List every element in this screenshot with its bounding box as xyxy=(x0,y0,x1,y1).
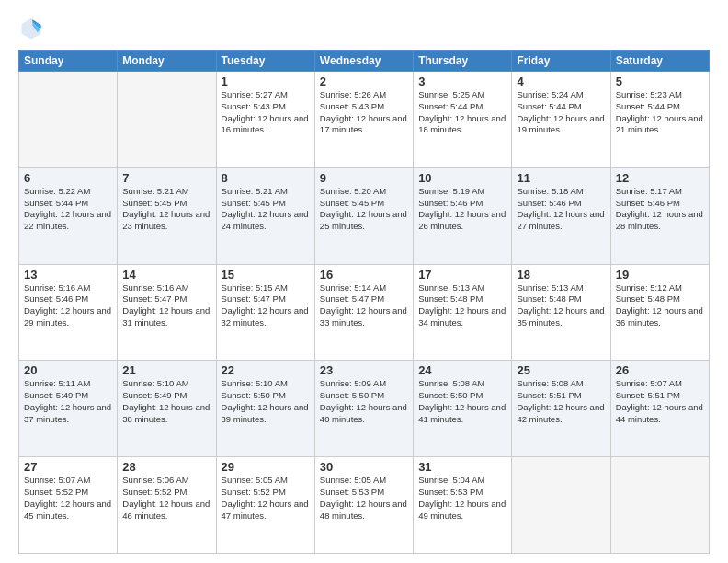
day-info: Sunrise: 5:11 AM Sunset: 5:49 PM Dayligh… xyxy=(24,378,112,425)
calendar-cell: 3Sunrise: 5:25 AM Sunset: 5:44 PM Daylig… xyxy=(414,72,512,168)
calendar-cell: 15Sunrise: 5:15 AM Sunset: 5:47 PM Dayli… xyxy=(216,264,314,361)
calendar-week-row: 20Sunrise: 5:11 AM Sunset: 5:49 PM Dayli… xyxy=(19,361,710,457)
day-number: 22 xyxy=(222,363,310,377)
calendar-cell: 28Sunrise: 5:06 AM Sunset: 5:52 PM Dayli… xyxy=(118,457,216,554)
day-info: Sunrise: 5:08 AM Sunset: 5:51 PM Dayligh… xyxy=(517,378,605,425)
day-number: 2 xyxy=(320,75,408,88)
day-number: 14 xyxy=(122,268,210,282)
calendar-table: SundayMondayTuesdayWednesdayThursdayFrid… xyxy=(18,50,710,554)
day-info: Sunrise: 5:25 AM Sunset: 5:44 PM Dayligh… xyxy=(418,89,506,136)
calendar-cell: 6Sunrise: 5:22 AM Sunset: 5:44 PM Daylig… xyxy=(19,167,118,264)
calendar-week-row: 6Sunrise: 5:22 AM Sunset: 5:44 PM Daylig… xyxy=(19,167,710,264)
day-info: Sunrise: 5:19 AM Sunset: 5:46 PM Dayligh… xyxy=(418,186,506,233)
calendar-cell: 11Sunrise: 5:18 AM Sunset: 5:46 PM Dayli… xyxy=(512,167,610,264)
day-info: Sunrise: 5:13 AM Sunset: 5:48 PM Dayligh… xyxy=(418,282,506,329)
day-info: Sunrise: 5:09 AM Sunset: 5:50 PM Dayligh… xyxy=(320,378,408,425)
day-number: 1 xyxy=(222,75,310,88)
weekday-header-row: SundayMondayTuesdayWednesdayThursdayFrid… xyxy=(19,51,710,72)
day-number: 16 xyxy=(320,268,408,282)
day-info: Sunrise: 5:07 AM Sunset: 5:51 PM Dayligh… xyxy=(616,378,704,425)
logo-icon xyxy=(18,15,44,40)
day-number: 15 xyxy=(222,268,310,282)
day-info: Sunrise: 5:08 AM Sunset: 5:50 PM Dayligh… xyxy=(418,378,506,425)
day-number: 8 xyxy=(222,171,310,185)
day-info: Sunrise: 5:27 AM Sunset: 5:43 PM Dayligh… xyxy=(222,89,310,136)
day-number: 23 xyxy=(320,363,408,377)
calendar-cell: 24Sunrise: 5:08 AM Sunset: 5:50 PM Dayli… xyxy=(414,361,512,457)
day-number: 21 xyxy=(122,363,210,377)
day-number: 18 xyxy=(517,268,605,282)
weekday-header-friday: Friday xyxy=(512,51,610,72)
logo xyxy=(18,15,48,40)
day-info: Sunrise: 5:05 AM Sunset: 5:53 PM Dayligh… xyxy=(320,475,408,522)
day-number: 20 xyxy=(24,363,112,377)
weekday-header-thursday: Thursday xyxy=(414,51,512,72)
day-info: Sunrise: 5:15 AM Sunset: 5:47 PM Dayligh… xyxy=(222,282,310,329)
day-number: 5 xyxy=(616,75,704,88)
day-info: Sunrise: 5:05 AM Sunset: 5:52 PM Dayligh… xyxy=(222,475,310,522)
day-number: 25 xyxy=(517,363,605,377)
calendar-cell: 23Sunrise: 5:09 AM Sunset: 5:50 PM Dayli… xyxy=(314,361,413,457)
calendar-cell: 10Sunrise: 5:19 AM Sunset: 5:46 PM Dayli… xyxy=(414,167,512,264)
day-info: Sunrise: 5:16 AM Sunset: 5:46 PM Dayligh… xyxy=(24,282,112,329)
calendar-cell: 2Sunrise: 5:26 AM Sunset: 5:43 PM Daylig… xyxy=(314,72,413,168)
weekday-header-sunday: Sunday xyxy=(19,51,118,72)
day-number: 29 xyxy=(222,460,310,474)
calendar-cell: 5Sunrise: 5:23 AM Sunset: 5:44 PM Daylig… xyxy=(610,72,709,168)
calendar-cell: 1Sunrise: 5:27 AM Sunset: 5:43 PM Daylig… xyxy=(216,72,314,168)
calendar-cell: 20Sunrise: 5:11 AM Sunset: 5:49 PM Dayli… xyxy=(19,361,118,457)
day-info: Sunrise: 5:21 AM Sunset: 5:45 PM Dayligh… xyxy=(122,186,210,233)
calendar-cell: 13Sunrise: 5:16 AM Sunset: 5:46 PM Dayli… xyxy=(19,264,118,361)
day-number: 30 xyxy=(320,460,408,474)
calendar-cell: 18Sunrise: 5:13 AM Sunset: 5:48 PM Dayli… xyxy=(512,264,610,361)
day-number: 12 xyxy=(616,171,704,185)
day-info: Sunrise: 5:10 AM Sunset: 5:50 PM Dayligh… xyxy=(222,378,310,425)
calendar-cell: 7Sunrise: 5:21 AM Sunset: 5:45 PM Daylig… xyxy=(118,167,216,264)
weekday-header-wednesday: Wednesday xyxy=(314,51,413,72)
day-number: 27 xyxy=(24,460,112,474)
calendar-cell: 9Sunrise: 5:20 AM Sunset: 5:45 PM Daylig… xyxy=(314,167,413,264)
day-number: 10 xyxy=(418,171,506,185)
calendar-week-row: 13Sunrise: 5:16 AM Sunset: 5:46 PM Dayli… xyxy=(19,264,710,361)
day-number: 26 xyxy=(616,363,704,377)
day-info: Sunrise: 5:24 AM Sunset: 5:44 PM Dayligh… xyxy=(517,89,605,136)
day-info: Sunrise: 5:07 AM Sunset: 5:52 PM Dayligh… xyxy=(24,475,112,522)
calendar-cell: 29Sunrise: 5:05 AM Sunset: 5:52 PM Dayli… xyxy=(216,457,314,554)
calendar-cell: 16Sunrise: 5:14 AM Sunset: 5:47 PM Dayli… xyxy=(314,264,413,361)
calendar-cell: 22Sunrise: 5:10 AM Sunset: 5:50 PM Dayli… xyxy=(216,361,314,457)
day-number: 7 xyxy=(122,171,210,185)
calendar-cell: 12Sunrise: 5:17 AM Sunset: 5:46 PM Dayli… xyxy=(610,167,709,264)
day-number: 4 xyxy=(517,75,605,88)
calendar-week-row: 27Sunrise: 5:07 AM Sunset: 5:52 PM Dayli… xyxy=(19,457,710,554)
calendar-cell xyxy=(118,72,216,168)
calendar-cell: 26Sunrise: 5:07 AM Sunset: 5:51 PM Dayli… xyxy=(610,361,709,457)
day-info: Sunrise: 5:12 AM Sunset: 5:48 PM Dayligh… xyxy=(616,282,704,329)
calendar-cell: 14Sunrise: 5:16 AM Sunset: 5:47 PM Dayli… xyxy=(118,264,216,361)
weekday-header-monday: Monday xyxy=(118,51,216,72)
day-number: 31 xyxy=(418,460,506,474)
day-info: Sunrise: 5:10 AM Sunset: 5:49 PM Dayligh… xyxy=(122,378,210,425)
day-number: 28 xyxy=(122,460,210,474)
header xyxy=(18,15,710,40)
day-number: 11 xyxy=(517,171,605,185)
day-info: Sunrise: 5:26 AM Sunset: 5:43 PM Dayligh… xyxy=(320,89,408,136)
day-info: Sunrise: 5:14 AM Sunset: 5:47 PM Dayligh… xyxy=(320,282,408,329)
day-info: Sunrise: 5:17 AM Sunset: 5:46 PM Dayligh… xyxy=(616,186,704,233)
day-info: Sunrise: 5:04 AM Sunset: 5:53 PM Dayligh… xyxy=(418,475,506,522)
calendar-cell: 27Sunrise: 5:07 AM Sunset: 5:52 PM Dayli… xyxy=(19,457,118,554)
day-info: Sunrise: 5:16 AM Sunset: 5:47 PM Dayligh… xyxy=(122,282,210,329)
day-number: 17 xyxy=(418,268,506,282)
weekday-header-saturday: Saturday xyxy=(610,51,709,72)
day-info: Sunrise: 5:18 AM Sunset: 5:46 PM Dayligh… xyxy=(517,186,605,233)
day-number: 3 xyxy=(418,75,506,88)
day-info: Sunrise: 5:06 AM Sunset: 5:52 PM Dayligh… xyxy=(122,475,210,522)
day-number: 6 xyxy=(24,171,112,185)
calendar-cell: 19Sunrise: 5:12 AM Sunset: 5:48 PM Dayli… xyxy=(610,264,709,361)
calendar-cell: 4Sunrise: 5:24 AM Sunset: 5:44 PM Daylig… xyxy=(512,72,610,168)
weekday-header-tuesday: Tuesday xyxy=(216,51,314,72)
day-info: Sunrise: 5:21 AM Sunset: 5:45 PM Dayligh… xyxy=(222,186,310,233)
calendar-cell: 21Sunrise: 5:10 AM Sunset: 5:49 PM Dayli… xyxy=(118,361,216,457)
day-number: 13 xyxy=(24,268,112,282)
calendar-cell: 8Sunrise: 5:21 AM Sunset: 5:45 PM Daylig… xyxy=(216,167,314,264)
day-number: 19 xyxy=(616,268,704,282)
